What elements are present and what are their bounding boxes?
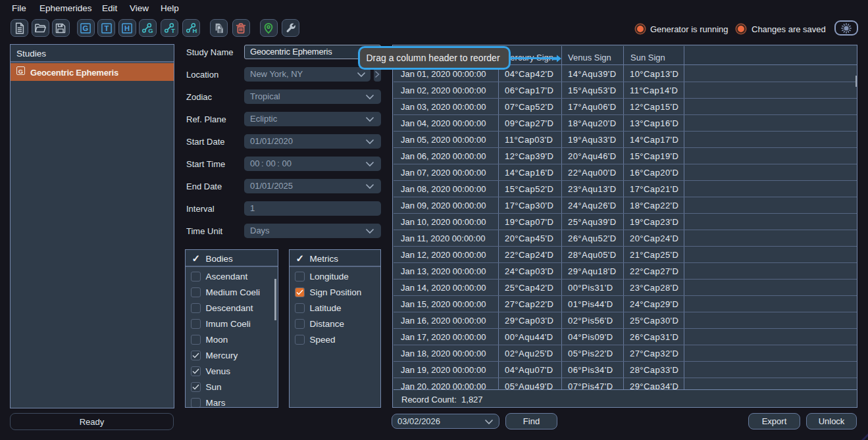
svg-text:G: G xyxy=(83,24,89,32)
svg-text:T: T xyxy=(104,24,109,32)
svg-text:H: H xyxy=(192,27,197,34)
svg-text:H: H xyxy=(124,24,130,32)
svg-text:G: G xyxy=(148,27,153,34)
svg-text:T: T xyxy=(171,27,175,34)
